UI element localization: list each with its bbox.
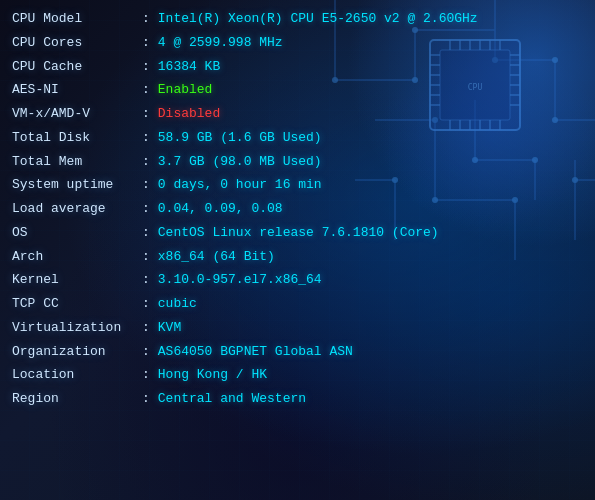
label-arch: Arch [12,246,142,269]
row-kernel: Kernel:3.10.0-957.el7.x86_64 [12,269,583,292]
label-virtualization: Virtualization [12,317,142,340]
row-virtualization: Virtualization:KVM [12,317,583,340]
label-kernel: Kernel [12,269,142,292]
row-organization: Organization:AS64050 BGPNET Global ASN [12,341,583,364]
label-load-average: Load average [12,198,142,221]
row-vm-amd-v: VM-x/AMD-V:Disabled [12,103,583,126]
colon-aes-ni: : [142,79,150,102]
colon-cpu-cache: : [142,56,150,79]
data-panel: CPU Model:Intel(R) Xeon(R) CPU E5-2650 v… [0,0,595,500]
label-location: Location [12,364,142,387]
row-region: Region:Central and Western [12,388,583,411]
value-tcp-cc: cubic [158,293,197,316]
colon-location: : [142,364,150,387]
value-aes-ni: Enabled [158,79,213,102]
colon-load-average: : [142,198,150,221]
row-load-average: Load average:0.04, 0.09, 0.08 [12,198,583,221]
colon-tcp-cc: : [142,293,150,316]
colon-organization: : [142,341,150,364]
label-aes-ni: AES-NI [12,79,142,102]
value-organization: AS64050 BGPNET Global ASN [158,341,353,364]
label-system-uptime: System uptime [12,174,142,197]
value-vm-amd-v: Disabled [158,103,220,126]
colon-os: : [142,222,150,245]
label-total-disk: Total Disk [12,127,142,150]
value-total-mem: 3.7 GB (98.0 MB Used) [158,151,322,174]
row-cpu-model: CPU Model:Intel(R) Xeon(R) CPU E5-2650 v… [12,8,583,31]
value-cpu-cache: 16384 KB [158,56,220,79]
value-cpu-model: Intel(R) Xeon(R) CPU E5-2650 v2 @ 2.60GH… [158,8,478,31]
colon-cpu-model: : [142,8,150,31]
row-os: OS:CentOS Linux release 7.6.1810 (Core) [12,222,583,245]
value-total-disk: 58.9 GB (1.6 GB Used) [158,127,322,150]
value-load-average: 0.04, 0.09, 0.08 [158,198,283,221]
label-organization: Organization [12,341,142,364]
row-total-mem: Total Mem:3.7 GB (98.0 MB Used) [12,151,583,174]
label-region: Region [12,388,142,411]
value-os: CentOS Linux release 7.6.1810 (Core) [158,222,439,245]
colon-cpu-cores: : [142,32,150,55]
colon-region: : [142,388,150,411]
colon-vm-amd-v: : [142,103,150,126]
row-total-disk: Total Disk:58.9 GB (1.6 GB Used) [12,127,583,150]
value-arch: x86_64 (64 Bit) [158,246,275,269]
colon-total-disk: : [142,127,150,150]
value-virtualization: KVM [158,317,181,340]
row-aes-ni: AES-NI:Enabled [12,79,583,102]
row-tcp-cc: TCP CC:cubic [12,293,583,316]
label-cpu-model: CPU Model [12,8,142,31]
row-cpu-cache: CPU Cache:16384 KB [12,56,583,79]
row-system-uptime: System uptime:0 days, 0 hour 16 min [12,174,583,197]
value-system-uptime: 0 days, 0 hour 16 min [158,174,322,197]
label-vm-amd-v: VM-x/AMD-V [12,103,142,126]
colon-kernel: : [142,269,150,292]
colon-total-mem: : [142,151,150,174]
label-total-mem: Total Mem [12,151,142,174]
label-cpu-cores: CPU Cores [12,32,142,55]
row-cpu-cores: CPU Cores:4 @ 2599.998 MHz [12,32,583,55]
row-arch: Arch:x86_64 (64 Bit) [12,246,583,269]
label-cpu-cache: CPU Cache [12,56,142,79]
colon-system-uptime: : [142,174,150,197]
value-kernel: 3.10.0-957.el7.x86_64 [158,269,322,292]
colon-arch: : [142,246,150,269]
label-os: OS [12,222,142,245]
value-cpu-cores: 4 @ 2599.998 MHz [158,32,283,55]
value-region: Central and Western [158,388,306,411]
label-tcp-cc: TCP CC [12,293,142,316]
colon-virtualization: : [142,317,150,340]
row-location: Location:Hong Kong / HK [12,364,583,387]
value-location: Hong Kong / HK [158,364,267,387]
